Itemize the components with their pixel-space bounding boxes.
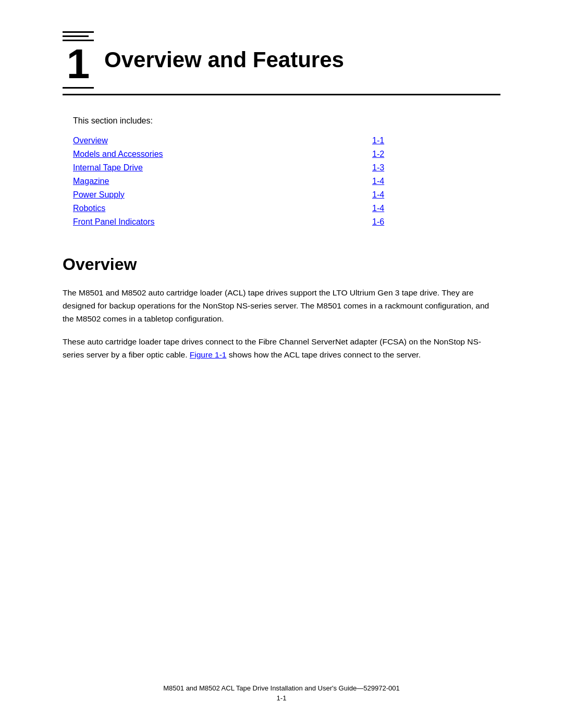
toc-page-power-supply[interactable]: 1-4 (372, 190, 384, 199)
icon-line-2 (63, 35, 89, 37)
toc-page-front-panel[interactable]: 1-6 (372, 217, 384, 226)
toc-intro: This section includes: (73, 116, 500, 126)
toc-page-overview[interactable]: 1-1 (372, 136, 384, 145)
toc-row: Overview 1-1 (73, 134, 500, 147)
footer-page-num: 1-1 (0, 694, 563, 702)
toc-row: Models and Accessories 1-2 (73, 147, 500, 161)
figure-1-1-link[interactable]: Figure 1-1 (190, 350, 227, 359)
toc-section: This section includes: Overview 1-1 Mode… (63, 116, 500, 229)
toc-table: Overview 1-1 Models and Accessories 1-2 … (73, 134, 500, 229)
chapter-header: 1 Overview and Features (63, 31, 500, 95)
chapter-number-underline (63, 87, 94, 89)
toc-page-tape-drive[interactable]: 1-3 (372, 163, 384, 172)
toc-link-tape-drive[interactable]: Internal Tape Drive (73, 163, 143, 172)
toc-page-models[interactable]: 1-2 (372, 150, 384, 158)
icon-line-1 (63, 31, 94, 33)
chapter-icon: 1 (63, 31, 94, 89)
toc-page-robotics[interactable]: 1-4 (372, 204, 384, 213)
toc-link-models[interactable]: Models and Accessories (73, 150, 163, 158)
chapter-title: Overview and Features (104, 47, 344, 72)
toc-row: Robotics 1-4 (73, 202, 500, 215)
page: 1 Overview and Features This section inc… (0, 0, 563, 728)
section-heading-overview: Overview (63, 255, 500, 274)
toc-link-overview[interactable]: Overview (73, 136, 108, 145)
overview-paragraph-2: These auto cartridge loader tape drives … (63, 336, 500, 362)
overview-section: Overview The M8501 and M8502 auto cartri… (63, 255, 500, 362)
toc-row: Magazine 1-4 (73, 175, 500, 188)
toc-row: Power Supply 1-4 (73, 188, 500, 202)
footer-text: M8501 and M8502 ACL Tape Drive Installat… (0, 684, 563, 692)
chapter-number: 1 (67, 43, 90, 85)
toc-link-robotics[interactable]: Robotics (73, 204, 105, 213)
toc-row: Internal Tape Drive 1-3 (73, 161, 500, 175)
chapter-icon-lines (63, 31, 94, 41)
overview-paragraph-1: The M8501 and M8502 auto cartridge loade… (63, 287, 500, 325)
page-footer: M8501 and M8502 ACL Tape Drive Installat… (0, 684, 563, 702)
toc-page-magazine[interactable]: 1-4 (372, 177, 384, 186)
toc-row: Front Panel Indicators 1-6 (73, 215, 500, 229)
toc-link-power-supply[interactable]: Power Supply (73, 190, 125, 199)
toc-link-front-panel[interactable]: Front Panel Indicators (73, 217, 155, 226)
overview-paragraph-2-text-2: shows how the ACL tape drives connect to… (226, 350, 421, 359)
toc-link-magazine[interactable]: Magazine (73, 177, 109, 186)
